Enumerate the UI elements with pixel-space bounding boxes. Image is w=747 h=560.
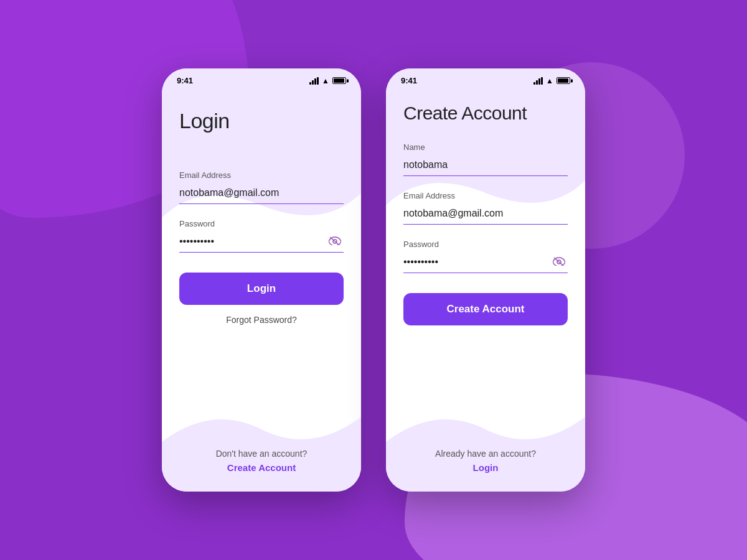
create-name-label: Name	[403, 142, 568, 152]
login-bottom-text: Don't have an account? Create Account	[162, 449, 361, 492]
create-account-status-icons: ▲	[533, 77, 570, 85]
create-email-field-group: Email Address	[403, 191, 568, 225]
create-account-bottom-text: Already have an account? Login	[386, 449, 585, 492]
create-password-input[interactable]	[403, 254, 568, 273]
login-phone: 9:41 ▲ Login Email Address	[162, 68, 361, 492]
forgot-password-link[interactable]: Forgot Password?	[179, 315, 344, 325]
create-eye-icon[interactable]	[553, 256, 565, 268]
create-account-status-bar: 9:41 ▲	[386, 68, 585, 90]
create-account-phone-content: Create Account Name Email Address Passwo…	[386, 90, 585, 449]
login-phone-content: Login Email Address Password	[162, 90, 361, 449]
create-account-phone: 9:41 ▲ Create Account Name	[386, 68, 585, 492]
login-password-label: Password	[179, 219, 344, 228]
create-name-input[interactable]	[403, 157, 568, 175]
create-account-title: Create Account	[403, 103, 568, 124]
create-email-label: Email Address	[403, 191, 568, 200]
login-form: Email Address Password	[179, 170, 344, 436]
wifi-icon: ▲	[322, 77, 329, 85]
login-status-bar: 9:41 ▲	[162, 68, 361, 90]
signal-icon-2	[533, 77, 543, 85]
login-password-input-wrapper	[179, 233, 344, 253]
login-password-input[interactable]	[179, 233, 344, 252]
login-eye-icon[interactable]	[329, 236, 341, 247]
login-password-field-group: Password	[179, 219, 344, 253]
login-create-account-link[interactable]: Create Account	[162, 462, 361, 473]
create-account-bottom-hint: Already have an account?	[386, 449, 585, 459]
create-email-input-wrapper	[403, 205, 568, 225]
create-account-login-link[interactable]: Login	[386, 462, 585, 473]
login-status-time: 9:41	[177, 76, 193, 85]
login-title: Login	[179, 109, 344, 133]
wifi-icon-2: ▲	[546, 77, 553, 85]
login-email-input[interactable]	[179, 185, 344, 203]
login-email-label: Email Address	[179, 170, 344, 180]
create-account-button[interactable]: Create Account	[403, 293, 568, 325]
create-account-form: Name Email Address Password	[403, 142, 568, 436]
login-email-input-wrapper	[179, 185, 344, 204]
login-bottom-hint: Don't have an account?	[162, 449, 361, 459]
battery-icon-2	[557, 77, 570, 84]
battery-icon	[332, 77, 346, 84]
signal-icon	[309, 77, 319, 85]
login-email-field-group: Email Address	[179, 170, 344, 204]
login-button[interactable]: Login	[179, 273, 344, 305]
create-password-field-group: Password	[403, 240, 568, 273]
create-name-input-wrapper	[403, 157, 568, 176]
create-account-status-time: 9:41	[401, 76, 417, 85]
create-name-field-group: Name	[403, 142, 568, 176]
login-status-icons: ▲	[309, 77, 346, 85]
create-password-label: Password	[403, 240, 568, 249]
create-password-input-wrapper	[403, 254, 568, 273]
create-email-input[interactable]	[403, 205, 568, 224]
